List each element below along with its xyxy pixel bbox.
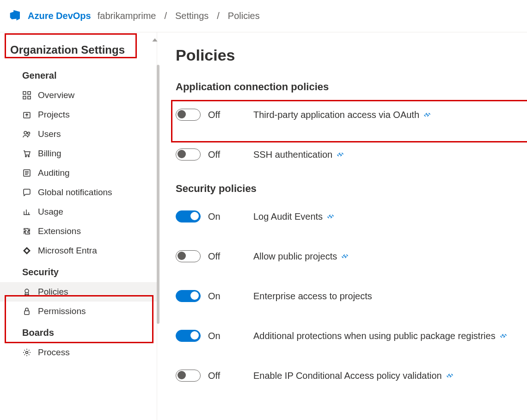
link-icon[interactable] — [337, 152, 343, 157]
link-icon[interactable] — [500, 334, 507, 338]
sidebar-item-label: Permissions — [38, 306, 86, 316]
breadcrumb-org[interactable]: fabrikamprime — [98, 11, 156, 21]
svg-rect-11 — [25, 311, 29, 315]
sidebar-item-label: Usage — [38, 207, 63, 217]
breadcrumb-separator: / — [217, 11, 220, 21]
link-icon[interactable] — [327, 214, 334, 219]
policy-label: Third-party application access via OAuth — [253, 110, 419, 120]
toggle-state: On — [208, 211, 221, 222]
list-icon — [22, 168, 31, 178]
azure-devops-logo-icon — [8, 8, 22, 24]
sidebar-section-general: General — [0, 64, 157, 86]
sidebar-section-boards: Boards — [0, 321, 157, 343]
policy-row-audit: On Log Audit Events — [176, 205, 513, 228]
sidebar-item-permissions[interactable]: Permissions — [0, 302, 157, 321]
toggle-package-registries[interactable] — [176, 330, 201, 342]
svg-point-8 — [28, 156, 30, 157]
sidebar-item-label: Process — [38, 347, 70, 358]
bar-chart-icon — [22, 207, 31, 216]
policy-row-ip-conditional: Off Enable IP Conditional Access policy … — [176, 364, 513, 387]
header-bar: Azure DevOps fabrikamprime / Settings / … — [0, 0, 527, 32]
breadcrumb: fabrikamprime / Settings / Policies — [98, 11, 260, 21]
policy-label: Additional protections when using public… — [253, 331, 496, 341]
sidebar-item-billing[interactable]: Billing — [0, 144, 157, 163]
toggle-enterprise-access[interactable] — [176, 290, 201, 302]
lock-icon — [22, 307, 31, 316]
link-icon[interactable] — [342, 254, 348, 259]
sidebar-item-usage[interactable]: Usage — [0, 202, 157, 222]
sidebar-item-label: Extensions — [38, 226, 81, 236]
sidebar-item-label: Global notifications — [38, 187, 112, 198]
toggle-state: On — [208, 331, 221, 341]
policy-row-enterprise-access: On Enterprise access to projects — [176, 284, 513, 308]
toggle-state: Off — [208, 371, 220, 381]
group-title-security: Security policies — [176, 183, 513, 195]
toggle-oauth[interactable] — [176, 109, 201, 121]
upload-icon — [22, 110, 31, 119]
gear-icon — [22, 348, 31, 357]
toggle-state: Off — [208, 149, 220, 160]
policy-row-public-projects: Off Allow public projects — [176, 245, 513, 268]
grid-icon — [22, 91, 31, 100]
sidebar-item-auditing[interactable]: Auditing — [0, 163, 157, 183]
sidebar-section-security: Security — [0, 260, 157, 282]
sidebar-item-global-notifications[interactable]: Global notifications — [0, 183, 157, 202]
page-title: Policies — [176, 46, 513, 64]
svg-rect-1 — [28, 92, 31, 94]
policy-row-oauth: Off Third-party application access via O… — [176, 103, 513, 126]
sidebar-item-process[interactable]: Process — [0, 343, 157, 362]
policy-label: Enterprise access to projects — [253, 291, 372, 302]
policy-label: Log Audit Events — [253, 211, 323, 222]
sidebar-item-label: Users — [38, 129, 61, 139]
toggle-state: Off — [208, 110, 220, 120]
link-icon[interactable] — [447, 373, 453, 378]
breadcrumb-separator: / — [164, 11, 167, 21]
toggle-ssh[interactable] — [176, 148, 201, 161]
sidebar-item-label: Projects — [38, 110, 70, 120]
svg-point-6 — [28, 132, 30, 135]
breadcrumb-policies[interactable]: Policies — [228, 11, 260, 21]
group-title-app-connection: Application connection policies — [176, 81, 513, 93]
brand[interactable]: Azure DevOps — [8, 8, 91, 24]
policy-row-ssh: Off SSH authentication — [176, 143, 513, 166]
sidebar-item-label: Overview — [38, 90, 74, 100]
breadcrumb-settings[interactable]: Settings — [175, 11, 208, 21]
sidebar-item-label: Microsoft Entra — [38, 246, 97, 256]
sidebar-item-microsoft-entra[interactable]: Microsoft Entra — [0, 241, 157, 260]
brand-label: Azure DevOps — [28, 11, 91, 21]
diamond-icon — [22, 246, 31, 255]
policy-label: Allow public projects — [253, 251, 337, 262]
toggle-ip-conditional[interactable] — [176, 370, 201, 382]
badge-icon — [22, 287, 31, 296]
toggle-state: Off — [208, 251, 220, 262]
sidebar-item-overview[interactable]: Overview — [0, 86, 157, 105]
main-content: Policies Application connection policies… — [157, 32, 527, 420]
svg-rect-0 — [23, 92, 26, 94]
svg-point-5 — [24, 131, 27, 134]
policy-label: SSH authentication — [253, 149, 332, 160]
svg-rect-3 — [28, 96, 31, 99]
sidebar: Organization Settings General Overview P… — [0, 32, 157, 420]
toggle-audit[interactable] — [176, 210, 201, 222]
svg-point-10 — [25, 289, 29, 293]
svg-rect-2 — [23, 96, 26, 99]
policy-row-package-registries: On Additional protections when using pub… — [176, 324, 513, 347]
users-icon — [22, 130, 31, 139]
toggle-public-projects[interactable] — [176, 250, 201, 262]
cart-icon — [22, 149, 31, 158]
chat-icon — [22, 188, 31, 197]
link-icon[interactable] — [424, 112, 430, 117]
svg-point-7 — [25, 156, 27, 157]
sidebar-item-label: Policies — [38, 287, 68, 297]
sidebar-item-label: Auditing — [38, 168, 70, 178]
sidebar-item-users[interactable]: Users — [0, 124, 157, 144]
sidebar-item-projects[interactable]: Projects — [0, 105, 157, 124]
sidebar-item-extensions[interactable]: Extensions — [0, 222, 157, 241]
puzzle-icon — [22, 227, 31, 236]
sidebar-item-policies[interactable]: Policies — [0, 282, 157, 302]
svg-point-12 — [26, 352, 28, 354]
sidebar-item-label: Billing — [38, 148, 61, 159]
toggle-state: On — [208, 291, 221, 302]
sidebar-title: Organization Settings — [0, 40, 157, 64]
policy-label: Enable IP Conditional Access policy vali… — [253, 371, 442, 381]
